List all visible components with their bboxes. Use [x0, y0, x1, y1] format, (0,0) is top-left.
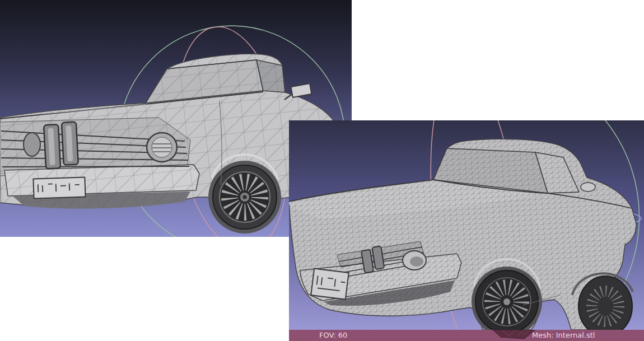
- desktop-background: { "desktop": { "background_color": "#fff…: [0, 0, 644, 341]
- mesh-filename-label: Mesh: Internal.stl: [532, 330, 595, 341]
- license-plate-left-car: [33, 177, 85, 198]
- viewport-window-right[interactable]: FOV: 60 Mesh: Internal.stl: [289, 120, 644, 341]
- front-wheel-right-car: [472, 259, 542, 330]
- headlight-right-car: [403, 251, 426, 270]
- wheel-overflow-shadow: [486, 330, 540, 340]
- right-gl-canvas[interactable]: [289, 120, 644, 330]
- side-mirror-right-car: [581, 183, 595, 191]
- headlight-outer-left-car: [24, 133, 40, 156]
- fov-label: FOV: 60: [319, 330, 347, 341]
- headlight-left-car: [147, 133, 177, 162]
- rear-wheel-right-car: [572, 273, 633, 330]
- front-wheel-left-car: [208, 155, 281, 233]
- license-plate-right-car: [311, 269, 348, 300]
- status-bar: FOV: 60 Mesh: Internal.stl: [289, 330, 644, 341]
- car-mesh-highpoly: [289, 136, 644, 330]
